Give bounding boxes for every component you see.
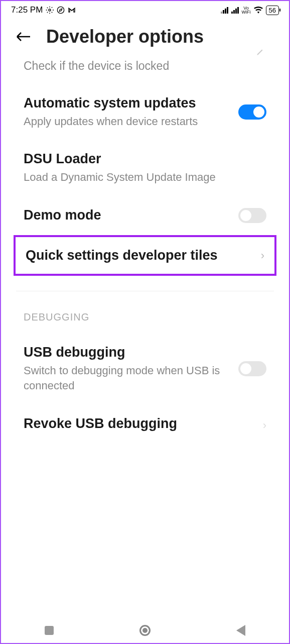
chevron-right-icon: › [261,249,264,262]
demo-mode-toggle[interactable] [238,208,266,223]
back-arrow-icon[interactable] [16,32,31,42]
usb-debugging-row[interactable]: USB debugging Switch to debugging mode w… [11,333,279,404]
setting-title: DSU Loader [24,151,256,168]
svg-point-0 [49,9,51,11]
status-left: 7:25 PM [11,5,76,15]
quick-tiles-row[interactable]: Quick settings developer tiles › [16,237,274,274]
auto-updates-toggle[interactable] [238,104,266,120]
vowifi-icon: Vo WiFi [242,6,251,14]
wifi-icon [254,7,263,14]
compass-icon [57,6,65,14]
setting-title: Quick settings developer tiles [26,247,251,264]
dsu-loader-row[interactable]: DSU Loader Load a Dynamic System Update … [11,140,279,195]
status-bar: 7:25 PM Vo WiFi 56 [1,1,289,17]
settings-list: Check if the device is locked Automatic … [1,52,289,460]
gmail-icon [68,6,76,14]
signal-icon [221,7,228,14]
setting-title: Demo mode [24,207,228,224]
revoke-usb-row[interactable]: Revoke USB debugging › [11,404,279,460]
quick-tiles-highlight: Quick settings developer tiles › [14,235,276,276]
svg-marker-2 [60,9,62,11]
battery-icon: 56 [266,6,279,15]
page-title: Developer options [46,26,204,47]
back-button[interactable] [233,623,248,638]
chevron-right-icon: › [263,419,266,432]
setting-title: Revoke USB debugging [24,415,253,433]
status-time: 7:25 PM [11,5,43,15]
pencil-icon [256,47,265,59]
navigation-bar [1,618,289,643]
demo-mode-row[interactable]: Demo mode [11,196,279,235]
debugging-section-header: DEBUGGING [11,291,279,333]
lock-check-row[interactable]: Check if the device is locked [11,52,279,84]
setting-subtitle: Check if the device is locked [24,58,266,74]
recents-button[interactable] [42,623,57,638]
header: Developer options [1,17,289,52]
setting-subtitle: Load a Dynamic System Update Image [24,170,256,185]
setting-title: Automatic system updates [24,95,228,112]
usb-debugging-toggle[interactable] [238,361,266,376]
status-right: Vo WiFi 56 [221,6,279,15]
auto-updates-row[interactable]: Automatic system updates Apply updates w… [11,84,279,140]
settings-gear-icon [46,6,54,14]
setting-subtitle: Switch to debugging mode when USB is con… [24,363,228,393]
setting-title: USB debugging [24,344,228,361]
setting-subtitle: Apply updates when device restarts [24,114,228,129]
home-button[interactable] [137,623,153,638]
signal-icon-2 [231,7,239,14]
svg-point-1 [58,7,64,13]
